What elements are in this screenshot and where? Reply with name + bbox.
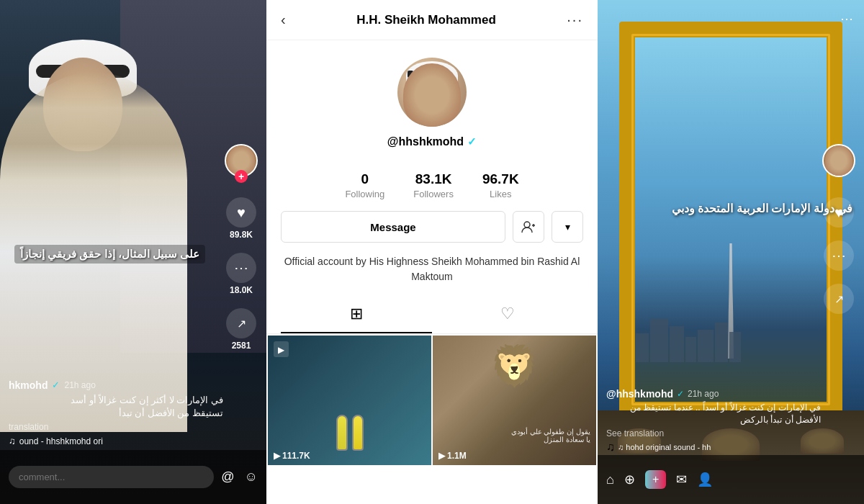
stats-row: 0 Following 83.1K Followers 96.7K Likes — [266, 171, 598, 199]
comment-input[interactable] — [9, 466, 214, 488]
followers-label: Followers — [413, 189, 454, 199]
video-thumbnail-2[interactable]: 🦁 يقول إن طفولي علي أبودييا سعادة المنزل… — [433, 336, 596, 465]
building-2 — [650, 319, 668, 362]
profile-avatar-section: @hhshkmohd ✓ — [266, 40, 598, 171]
right-arabic-overlay: في دولة الإمارات العربية المتحدة ودبي — [609, 202, 852, 215]
vials-visual — [336, 415, 364, 451]
comment-button[interactable]: ⋯ 18.0K — [226, 253, 256, 295]
share-count: 2581 — [232, 341, 251, 351]
lion-emoji: 🦁 — [490, 343, 539, 390]
video-bottom-info: hkmohd ✓ 21h ago في الإمارات لا أكثر إن … — [9, 379, 223, 446]
right-username: @hhshkmohd — [606, 388, 673, 400]
building-1 — [636, 333, 649, 362]
right-comment-icon[interactable]: ⋯ — [824, 240, 854, 271]
right-top-icon[interactable]: ⋯ — [840, 11, 853, 27]
building-7 — [729, 332, 741, 362]
follow-icon — [521, 220, 536, 233]
right-share-icon[interactable]: ↗ — [824, 284, 854, 314]
following-label: Following — [345, 189, 384, 199]
followers-stat: 83.1K Followers — [413, 171, 454, 199]
profile-verified-icon: ✓ — [467, 135, 477, 148]
back-button[interactable]: ‹ — [281, 12, 286, 28]
see-translation[interactable]: translation — [9, 422, 223, 432]
caption-arabic: في الإمارات لا أكثر إن كنت غزالاً أو أسد… — [9, 394, 223, 420]
share-button[interactable]: ↗ 2581 — [226, 308, 256, 351]
like-count: 89.8K — [230, 230, 253, 240]
right-share-button[interactable]: ↗ — [824, 284, 854, 314]
thumb-2-play-count: ▶ 1.1M — [438, 451, 467, 461]
handle-text: @hhshkmohd — [387, 135, 464, 148]
following-stat: 0 Following — [345, 171, 384, 199]
frame-inner-scene — [635, 37, 827, 402]
tab-grid[interactable]: ⊞ — [281, 296, 432, 333]
right-music-note-icon: ♫ — [606, 441, 615, 454]
video-grid: ▶ ▶ 111.7K 🦁 يقول إن طفولي علي أبودييا س… — [266, 334, 598, 467]
left-video-panel: على سبيل المثال، إذا حقق فريقي إنجازاً +… — [0, 0, 266, 504]
right-verified-icon: ✓ — [677, 389, 684, 399]
building-3 — [670, 326, 684, 362]
right-see-translation[interactable]: See translation — [606, 428, 821, 438]
tabs-row: ⊞ ♡ — [266, 296, 598, 334]
building-6 — [715, 323, 728, 362]
verified-icon: ✓ — [52, 379, 60, 390]
right-creator-avatar[interactable] — [822, 144, 855, 177]
emoji-icon[interactable]: ☺ — [245, 469, 258, 485]
profile-panel: ‹ H.H. Sheikh Mohammed ··· @hhshkmohd ✓ … — [266, 0, 598, 504]
right-bottom-bar: ⌂ ⊕ + ✉ 👤 — [598, 455, 864, 504]
right-caption: في الإمارات إن كنت غزالاً أو أسداً .. عن… — [606, 402, 821, 426]
comment-icon[interactable]: ⋯ — [226, 253, 256, 283]
message-button[interactable]: Message — [281, 211, 505, 243]
building-4 — [685, 337, 696, 362]
thumb-1-play-count: ▶ 111.7K — [274, 451, 310, 461]
likes-stat: 96.7K Likes — [482, 171, 519, 199]
video-thumbnail-1[interactable]: ▶ ▶ 111.7K — [268, 336, 431, 465]
heart-icon[interactable]: ♥ — [226, 197, 256, 228]
right-like-button[interactable]: ♥ — [824, 197, 854, 228]
side-actions: + ♥ 89.8K ⋯ 18.0K ↗ 2581 — [225, 144, 258, 351]
right-heart-icon[interactable]: ♥ — [824, 197, 854, 228]
vial-1 — [336, 415, 348, 451]
right-home-icon[interactable]: ⌂ — [606, 472, 614, 487]
right-comment-button[interactable]: ⋯ — [824, 240, 854, 271]
svg-point-0 — [524, 222, 530, 228]
sound-row: ♫ ound - hhshkmohd ori — [9, 436, 223, 446]
right-avatar-container[interactable] — [822, 144, 855, 177]
follow-plus-icon[interactable]: + — [235, 170, 248, 183]
username-row: hkmohd ✓ 21h ago — [9, 379, 223, 391]
vial-2 — [352, 415, 364, 451]
right-inbox-icon[interactable]: ✉ — [676, 472, 687, 487]
likes-number: 96.7K — [482, 171, 519, 187]
profile-handle: @hhshkmohd ✓ — [387, 135, 477, 148]
right-time-ago: 21h ago — [688, 389, 719, 399]
music-note-icon: ♫ — [9, 436, 16, 446]
right-sound-row: ♫ ♫ hohd original sound - hh — [606, 441, 821, 454]
following-number: 0 — [361, 171, 369, 187]
profile-title: H.H. Sheikh Mohammed — [356, 13, 496, 27]
play-icon-overlay: ▶ — [274, 341, 289, 357]
sound-text: ound - hhshkmohd ori — [19, 436, 103, 446]
play-icon-small-2: ▶ — [438, 451, 445, 461]
more-options-button[interactable]: ··· — [567, 12, 583, 28]
avatar-container[interactable]: + — [225, 144, 258, 177]
dropdown-button[interactable]: ▾ — [552, 211, 583, 243]
profile-avatar — [397, 58, 467, 127]
play-icon: ▶ — [278, 345, 284, 355]
bottom-icons: @ ☺ — [221, 469, 258, 485]
right-profile-icon[interactable]: 👤 — [697, 472, 713, 487]
building-5 — [698, 330, 714, 362]
right-search-icon[interactable]: ⊕ — [624, 472, 635, 487]
at-icon[interactable]: @ — [221, 469, 234, 485]
right-video-bottom: @hhshkmohd ✓ 21h ago في الإمارات إن كنت … — [606, 388, 821, 454]
comment-count: 18.0K — [230, 285, 253, 295]
city-buildings — [635, 305, 827, 362]
right-add-icon[interactable]: + — [645, 470, 666, 489]
follow-icon-button[interactable] — [513, 211, 544, 243]
like-button[interactable]: ♥ 89.8K — [226, 197, 256, 240]
thumb-2-arabic: يقول إن طفولي علي أبودييا سعادة المنزل — [438, 428, 590, 444]
share-icon[interactable]: ↗ — [226, 308, 256, 338]
bio-text: Official account by His Highness Sheikh … — [266, 254, 598, 296]
right-video-panel: في دولة الإمارات العربية المتحدة ودبي ⋯ … — [598, 0, 864, 504]
likes-label: Likes — [490, 189, 511, 199]
tab-favorites[interactable]: ♡ — [432, 296, 583, 333]
username-text: hkmohd — [9, 379, 48, 391]
